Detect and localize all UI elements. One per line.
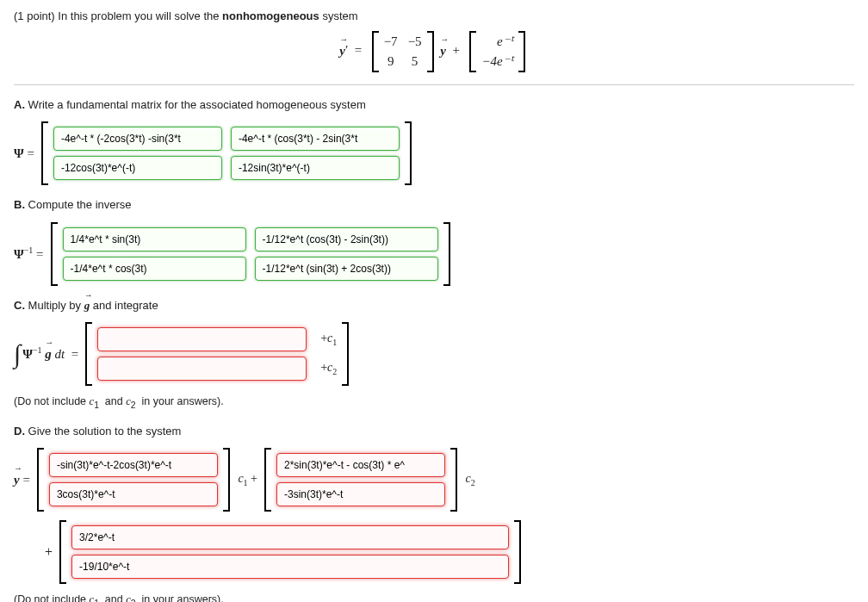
- intro-text-c: system: [319, 9, 358, 22]
- a-input-11[interactable]: [53, 127, 222, 151]
- system-equation: y′ = −79 −55 y + e⁻ᵗ−4e⁻ᵗ: [14, 31, 854, 72]
- d-input-p-2[interactable]: [71, 555, 509, 579]
- part-d-heading: D. Give the solution to the system: [14, 424, 854, 439]
- part-a-heading: A. Write a fundamental matrix for the as…: [14, 97, 854, 113]
- b-input-12[interactable]: [255, 227, 438, 251]
- part-b-heading: B. Compute the inverse: [14, 197, 854, 213]
- integral-icon: ∫: [14, 341, 21, 367]
- part-c-heading: C. Multiply by g and integrate: [14, 298, 854, 313]
- d-input-v2-2[interactable]: [276, 482, 445, 506]
- b-input-22[interactable]: [255, 257, 438, 281]
- d-input-v2-1[interactable]: [276, 453, 445, 477]
- part-c-equation: ∫ Ψ−1 g dt = +c1 +c2: [14, 322, 854, 386]
- c-input-2[interactable]: [97, 357, 307, 381]
- c-input-1[interactable]: [97, 327, 307, 351]
- part-c-note: (Do not include c1 and c2 in your answer…: [14, 394, 854, 412]
- intro-text-bold: nonhomogeneous: [222, 9, 319, 22]
- intro-text-a: In this problem you will solve the: [58, 9, 222, 22]
- c-tail-1: +c1: [320, 330, 337, 349]
- a-input-22[interactable]: [231, 156, 400, 180]
- part-d-equation-row2: +: [38, 520, 854, 584]
- part-d-note: (Do not include c1 and c2 in your answer…: [14, 593, 854, 602]
- c-tail-2: +c2: [320, 359, 337, 378]
- d-c1-plus: c1 +: [235, 470, 257, 489]
- part-a-equation: Ψ =: [14, 121, 854, 185]
- problem-header: (1 point) In this problem you will solve…: [14, 9, 854, 24]
- d-input-v1-2[interactable]: [49, 482, 218, 506]
- b-input-11[interactable]: [63, 227, 246, 251]
- d-c2: c2: [462, 470, 475, 489]
- d-input-v1-1[interactable]: [49, 453, 218, 477]
- d-input-p-1[interactable]: [71, 525, 509, 549]
- a-input-21[interactable]: [53, 156, 222, 180]
- points-label: (1 point): [14, 9, 55, 22]
- divider: [14, 84, 854, 85]
- b-input-21[interactable]: [63, 257, 246, 281]
- part-d-equation-row1: y = c1 + c2: [14, 448, 854, 512]
- part-b-equation: Ψ−1 =: [14, 222, 854, 286]
- plus-icon: +: [45, 543, 53, 562]
- a-input-12[interactable]: [231, 127, 400, 151]
